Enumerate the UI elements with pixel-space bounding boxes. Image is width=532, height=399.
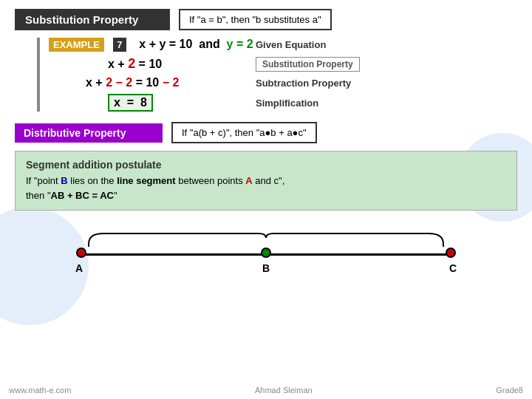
example-line-1-expr: EXAMPLE 7 x + y = 10 and y = 2: [49, 38, 256, 52]
line-1-rule: Given Equation: [256, 39, 326, 50]
substitution-property-definition: If "a = b", then "b substitutes a": [179, 9, 332, 30]
example-line-1: EXAMPLE 7 x + y = 10 and y = 2 Given Equ…: [49, 38, 517, 52]
example-line-4: x = 8 Simplification: [49, 94, 517, 112]
dot-c: [446, 248, 456, 258]
point-a-label: A: [245, 175, 252, 186]
example-line-3-expr: x + 2 − 2 = 10 − 2: [49, 76, 256, 89]
dot-a: [76, 248, 86, 258]
footer-center: Ahmad Sleiman: [255, 386, 313, 395]
distributive-property-label: Distributive Property: [15, 123, 163, 143]
example-line-2: x + 2 = 10 Substitution Property: [49, 56, 517, 72]
substitution-property-row: Substitution Property If "a = b", then "…: [15, 9, 517, 30]
segment-addition-box: Segment addition postulate If "point B l…: [15, 151, 517, 211]
line-3-rule: Subtraction Property: [256, 78, 351, 89]
distributive-property-row: Distributive Property If "a(b + c)", the…: [15, 122, 517, 143]
example-block: EXAMPLE 7 x + y = 10 and y = 2 Given Equ…: [37, 38, 517, 112]
segment-addition-title: Segment addition postulate: [26, 159, 506, 171]
distributive-property-definition: If "a(b + c)", then "a●b + a●c": [171, 122, 317, 143]
footer-left: www.math-e.com: [9, 386, 71, 395]
example-number: 7: [113, 38, 126, 52]
label-a: A: [75, 262, 83, 274]
label-c: C: [449, 262, 457, 274]
substitution-property-label: Substitution Property: [15, 9, 170, 30]
main-content: Substitution Property If "a = b", then "…: [0, 0, 532, 283]
example-line-2-expr: x + 2 = 10: [49, 56, 256, 72]
line-4-rule: Simplification: [256, 98, 318, 109]
number-line: A B C: [81, 230, 451, 267]
example-line-4-expr: x = 8: [49, 94, 256, 112]
dot-b: [261, 248, 271, 258]
label-b: B: [262, 262, 270, 274]
example-line-3: x + 2 − 2 = 10 − 2 Subtraction Property: [49, 76, 517, 89]
line-2-rule: Substitution Property: [256, 57, 360, 72]
footer: www.math-e.com Ahmad Sleiman Grade8: [0, 386, 532, 395]
point-b-label: B: [61, 175, 67, 186]
segment-addition-text: If "point B lies on the line segment bet…: [26, 174, 506, 202]
number-line-container: A B C: [15, 222, 517, 274]
example-label-text: EXAMPLE: [49, 38, 104, 52]
footer-right: Grade8: [496, 386, 523, 395]
